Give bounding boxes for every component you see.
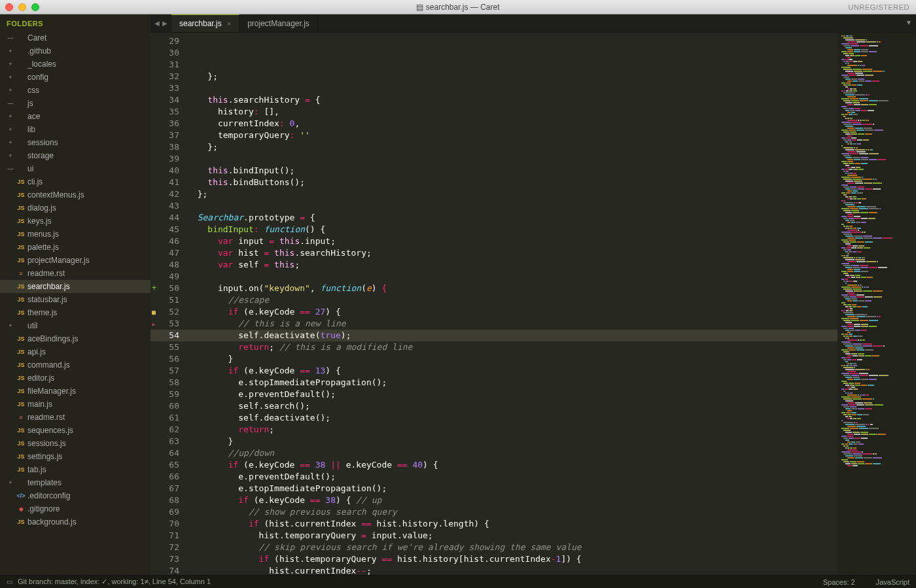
folder-Caret[interactable]: —Caret [0, 31, 150, 44]
panel-icon[interactable]: ▭ [7, 578, 12, 585]
tab-overflow-icon[interactable]: ▼ [906, 19, 912, 26]
tab-projectManager-js[interactable]: projectManager.js [239, 14, 318, 32]
file-type-icon: JS [14, 375, 27, 381]
file-searchbar.js[interactable]: JSsearchbar.js [0, 280, 150, 293]
status-git[interactable]: Git branch: master, index: ✓, working: 1… [18, 578, 211, 586]
file-readme.rst[interactable]: ≡readme.rst [0, 267, 150, 280]
code-content[interactable]: }; this.searchHistory = { history: [], c… [187, 33, 837, 575]
disclosure-arrow-icon[interactable]: + [7, 126, 14, 133]
folder-sessions[interactable]: +sessions [0, 136, 150, 149]
file-keys.js[interactable]: JSkeys.js [0, 215, 150, 228]
file-type-icon: JS [14, 205, 27, 211]
disclosure-arrow-icon[interactable]: — [7, 165, 14, 172]
tree-item-label: sessions.js [27, 439, 66, 448]
file-type-icon: JS [14, 336, 27, 342]
window-titlebar: ▤ searchbar.js — Caret UNREGISTERED [0, 0, 916, 14]
file-type-icon: JS [14, 257, 27, 264]
file-.gitignore[interactable]: ◈.gitignore [0, 502, 150, 515]
status-indent[interactable]: Spaces: 2 [823, 578, 855, 586]
file-sequences.js[interactable]: JSsequences.js [0, 424, 150, 437]
file-type-icon: JS [14, 362, 27, 368]
tree-item-label: Caret [27, 33, 46, 43]
tab-close-icon[interactable]: × [227, 20, 231, 27]
tree-item-label: .editorconfig [27, 491, 70, 500]
tree-item-label: readme.rst [27, 269, 65, 278]
tree-item-label: util [27, 321, 37, 330]
file-background.js[interactable]: JSbackground.js [0, 515, 150, 528]
file-statusbar.js[interactable]: JSstatusbar.js [0, 293, 150, 306]
disclosure-arrow-icon[interactable]: + [7, 48, 14, 54]
file-theme.js[interactable]: JStheme.js [0, 306, 150, 319]
gutter[interactable]: 2930313233343536373839404142434445464748… [150, 33, 187, 575]
file-cli.js[interactable]: JScli.js [0, 175, 150, 188]
disclosure-arrow-icon[interactable]: + [7, 113, 14, 120]
tree-item-label: ui [27, 164, 33, 173]
tree-item-label: .github [27, 46, 51, 56]
file-type-icon: JS [14, 244, 27, 251]
tab-bar: ◀ ▶ searchbar.js×projectManager.js ▼ [150, 14, 916, 33]
minimap[interactable] [837, 33, 916, 575]
file-fileManager.js[interactable]: JSfileManager.js [0, 385, 150, 398]
tree-item-label: settings.js [27, 452, 62, 461]
tree-item-label: sessions [27, 138, 58, 147]
tree-item-label: background.js [27, 517, 77, 527]
folder-_locales[interactable]: +_locales [0, 58, 150, 71]
folder-lib[interactable]: +lib [0, 123, 150, 136]
folder-config[interactable]: +config [0, 71, 150, 84]
tree-item-label: lib [27, 125, 35, 134]
nav-forward-icon[interactable]: ▶ [162, 20, 167, 27]
tab-label: searchbar.js [179, 19, 222, 28]
disclosure-arrow-icon[interactable]: + [7, 152, 14, 159]
file-readme.rst[interactable]: ≡readme.rst [0, 411, 150, 424]
folder-js[interactable]: —js [0, 97, 150, 110]
file-type-icon: JS [14, 427, 27, 434]
status-language[interactable]: JavaScript [876, 578, 909, 586]
tree-item-label: searchbar.js [27, 282, 70, 291]
file-command.js[interactable]: JScommand.js [0, 358, 150, 372]
tree-item-label: api.js [27, 347, 46, 356]
disclosure-arrow-icon[interactable]: + [7, 87, 14, 94]
disclosure-arrow-icon[interactable]: + [7, 322, 14, 329]
file-editor.js[interactable]: JSeditor.js [0, 372, 150, 385]
tree-item-label: cli.js [27, 177, 43, 186]
tree-item-label: fileManager.js [27, 387, 76, 396]
file-menus.js[interactable]: JSmenus.js [0, 228, 150, 241]
folder-.github[interactable]: +.github [0, 44, 150, 58]
tree-item-label: tab.js [27, 465, 46, 474]
file-type-icon: JS [14, 388, 27, 394]
folder-storage[interactable]: +storage [0, 149, 150, 162]
tab-label: projectManager.js [247, 19, 309, 28]
disclosure-arrow-icon[interactable]: + [7, 479, 14, 486]
tree-item-label: dialog.js [27, 203, 56, 213]
folder-ace[interactable]: +ace [0, 110, 150, 123]
folder-templates[interactable]: +templates [0, 476, 150, 489]
file-settings.js[interactable]: JSsettings.js [0, 450, 150, 463]
tree-item-label: ace [27, 112, 40, 121]
tree-item-label: keys.js [27, 216, 52, 226]
tab-searchbar-js[interactable]: searchbar.js× [171, 14, 239, 32]
disclosure-arrow-icon[interactable]: + [7, 61, 14, 67]
file-projectManager.js[interactable]: JSprojectManager.js [0, 254, 150, 267]
file-.editorconfig[interactable]: </>.editorconfig [0, 489, 150, 502]
file-palette.js[interactable]: JSpalette.js [0, 241, 150, 254]
nav-back-icon[interactable]: ◀ [154, 20, 160, 27]
code-editor[interactable]: 2930313233343536373839404142434445464748… [150, 33, 916, 575]
file-tab.js[interactable]: JStab.js [0, 463, 150, 476]
file-dialog.js[interactable]: JSdialog.js [0, 201, 150, 215]
disclosure-arrow-icon[interactable]: + [7, 139, 14, 146]
disclosure-arrow-icon[interactable]: + [7, 74, 14, 80]
folder-ui[interactable]: —ui [0, 162, 150, 175]
disclosure-arrow-icon[interactable]: — [7, 35, 14, 41]
file-api.js[interactable]: JSapi.js [0, 345, 150, 358]
disclosure-arrow-icon[interactable]: — [7, 100, 14, 107]
file-type-icon: JS [14, 283, 27, 290]
folder-util[interactable]: +util [0, 319, 150, 332]
file-contextMenus.js[interactable]: JScontextMenus.js [0, 188, 150, 201]
sidebar[interactable]: FOLDERS —Caret+.github+_locales+config+c… [0, 14, 150, 575]
file-type-icon: JS [14, 192, 27, 198]
tree-item-label: command.js [27, 360, 70, 370]
folder-css[interactable]: +css [0, 84, 150, 97]
file-main.js[interactable]: JSmain.js [0, 398, 150, 411]
file-sessions.js[interactable]: JSsessions.js [0, 437, 150, 450]
file-aceBindings.js[interactable]: JSaceBindings.js [0, 332, 150, 345]
